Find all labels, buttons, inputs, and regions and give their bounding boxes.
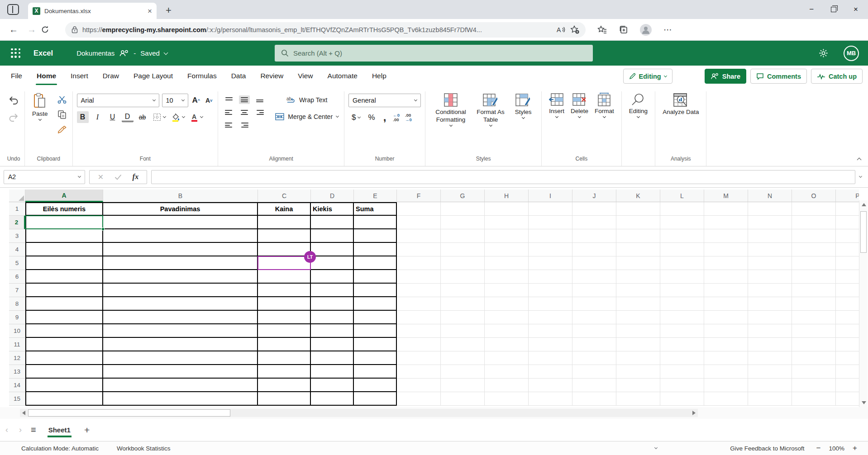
cell-D4[interactable]: [311, 243, 354, 256]
cell-F7[interactable]: [397, 284, 441, 297]
copy-icon[interactable]: [56, 109, 68, 120]
cell-M14[interactable]: [704, 379, 748, 392]
cell-I15[interactable]: [529, 392, 572, 406]
cell-J12[interactable]: [572, 351, 616, 365]
column-header-P[interactable]: P: [836, 190, 859, 202]
tab-close-icon[interactable]: ×: [148, 7, 152, 15]
cell-M7[interactable]: [704, 284, 748, 297]
cell-H13[interactable]: [485, 365, 529, 379]
cell-N14[interactable]: [748, 379, 792, 392]
cell-K11[interactable]: [616, 338, 660, 351]
cell-A15[interactable]: [25, 392, 103, 406]
cell-M15[interactable]: [704, 392, 748, 406]
cell-O13[interactable]: [792, 365, 836, 379]
cell-M12[interactable]: [704, 351, 748, 365]
cell-J7[interactable]: [572, 284, 616, 297]
cell-P3[interactable]: [836, 229, 859, 243]
cell-K6[interactable]: [616, 270, 660, 284]
cell-P6[interactable]: [836, 270, 859, 284]
cell-J8[interactable]: [572, 297, 616, 311]
cell-H3[interactable]: [485, 229, 529, 243]
status-bar-chevron-icon[interactable]: [654, 446, 658, 449]
cell-E8[interactable]: [354, 297, 397, 311]
cell-D6[interactable]: [311, 270, 354, 284]
insert-cells-button[interactable]: Insert: [546, 91, 568, 119]
cell-K1[interactable]: [616, 202, 660, 216]
column-header-G[interactable]: G: [441, 190, 485, 202]
cell-F12[interactable]: [397, 351, 441, 365]
cell-L3[interactable]: [660, 229, 704, 243]
comments-button[interactable]: Comments: [750, 69, 807, 84]
cell-P8[interactable]: [836, 297, 859, 311]
ribbon-tab-home[interactable]: Home: [29, 66, 63, 86]
increase-indent-icon[interactable]: [239, 121, 250, 129]
cell-P11[interactable]: [836, 338, 859, 351]
cell-C14[interactable]: [258, 379, 311, 392]
cell-I2[interactable]: [529, 216, 572, 229]
cell-J15[interactable]: [572, 392, 616, 406]
app-name[interactable]: Excel: [33, 49, 53, 57]
underline-button[interactable]: U: [107, 111, 119, 123]
cell-P4[interactable]: [836, 243, 859, 256]
percent-format-button[interactable]: %: [367, 112, 377, 123]
column-header-F[interactable]: F: [397, 190, 441, 202]
row-header-5[interactable]: 5: [9, 256, 25, 270]
cell-G7[interactable]: [441, 284, 485, 297]
cell-J6[interactable]: [572, 270, 616, 284]
currency-format-button[interactable]: $: [350, 112, 361, 123]
horizontal-scrollbar[interactable]: [20, 409, 698, 417]
cell-H14[interactable]: [485, 379, 529, 392]
sheet-tab-sheet1[interactable]: Sheet1: [42, 421, 77, 439]
merge-center-button[interactable]: Merge & Center: [274, 112, 340, 122]
cell-A12[interactable]: [25, 351, 103, 365]
cell-D2[interactable]: [311, 216, 354, 229]
cell-E14[interactable]: [354, 379, 397, 392]
cell-C10[interactable]: [258, 324, 311, 338]
browser-menu-icon[interactable]: ⋯: [663, 24, 672, 35]
cell-B9[interactable]: [103, 311, 258, 324]
cell-E12[interactable]: [354, 351, 397, 365]
conditional-formatting-button[interactable]: Conditional Formatting: [429, 91, 472, 128]
account-avatar[interactable]: MB: [844, 46, 859, 61]
cell-A7[interactable]: [25, 284, 103, 297]
cell-N6[interactable]: [748, 270, 792, 284]
cell-C2[interactable]: [258, 216, 311, 229]
cell-J11[interactable]: [572, 338, 616, 351]
cell-I7[interactable]: [529, 284, 572, 297]
cell-O11[interactable]: [792, 338, 836, 351]
cell-H10[interactable]: [485, 324, 529, 338]
cell-D7[interactable]: [311, 284, 354, 297]
cell-M11[interactable]: [704, 338, 748, 351]
spreadsheet-grid[interactable]: ABCDEFGHIJKLMNOP1Eilės numerisPavadinima…: [0, 188, 859, 407]
column-header-L[interactable]: L: [660, 190, 704, 202]
row-header-13[interactable]: 13: [9, 365, 25, 379]
cell-A13[interactable]: [25, 365, 103, 379]
refresh-icon[interactable]: [41, 25, 59, 34]
cell-A14[interactable]: [25, 379, 103, 392]
cell-F4[interactable]: [397, 243, 441, 256]
cell-E7[interactable]: [354, 284, 397, 297]
cell-J10[interactable]: [572, 324, 616, 338]
cell-H7[interactable]: [485, 284, 529, 297]
cell-H9[interactable]: [485, 311, 529, 324]
cell-E13[interactable]: [354, 365, 397, 379]
cell-A6[interactable]: [25, 270, 103, 284]
cell-D13[interactable]: [311, 365, 354, 379]
settings-gear-icon[interactable]: [819, 48, 828, 58]
workbook-statistics-button[interactable]: Workbook Statistics: [117, 445, 170, 452]
cell-K13[interactable]: [616, 365, 660, 379]
column-header-N[interactable]: N: [748, 190, 792, 202]
row-header-9[interactable]: 9: [9, 311, 25, 324]
cell-B3[interactable]: [103, 229, 258, 243]
back-icon[interactable]: ←: [5, 24, 23, 35]
document-name[interactable]: Dokumentas: [76, 49, 114, 57]
cell-G9[interactable]: [441, 311, 485, 324]
name-box[interactable]: A2: [4, 170, 85, 184]
cell-N10[interactable]: [748, 324, 792, 338]
row-header-4[interactable]: 4: [9, 243, 25, 256]
confirm-entry-icon[interactable]: [114, 174, 122, 180]
window-minimize-icon[interactable]: −: [809, 5, 814, 14]
cell-G10[interactable]: [441, 324, 485, 338]
cell-P9[interactable]: [836, 311, 859, 324]
forward-icon[interactable]: →: [23, 24, 41, 35]
